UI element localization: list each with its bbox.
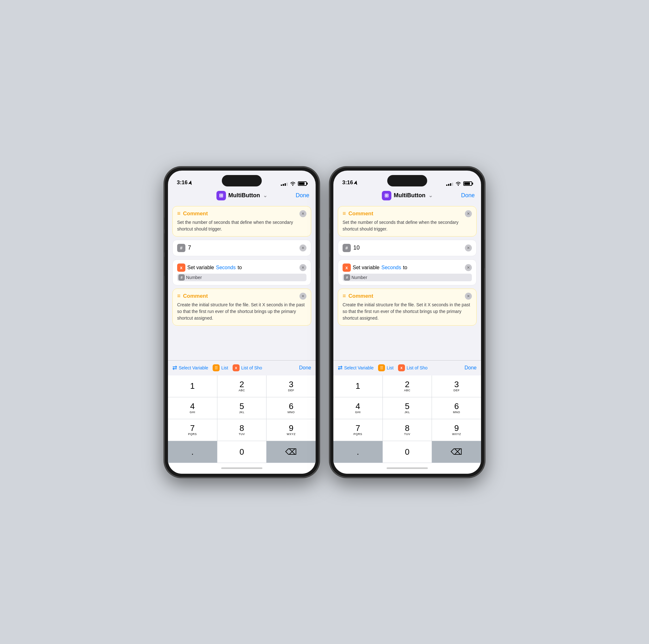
toolbar-done-left[interactable]: Done (299, 365, 311, 371)
number-input-card-left[interactable]: # 7 ✕ (172, 240, 311, 256)
mute-button[interactable] (164, 217, 165, 230)
key-delete-right[interactable]: ⌫ (432, 441, 481, 462)
nav-done-right[interactable]: Done (461, 192, 475, 199)
comment-title-1-right: Comment (349, 210, 373, 217)
nav-title-text-left: MultiButton (228, 192, 260, 199)
number-close-left[interactable]: ✕ (299, 244, 306, 251)
select-var-icon-right: ⇄ (338, 364, 343, 371)
key-4-left[interactable]: 4GHI (168, 397, 217, 419)
key-1-left[interactable]: 1 (168, 375, 217, 397)
toolbar-select-var-left[interactable]: ⇄ Select Variable (172, 364, 208, 371)
key-2-left[interactable]: 2ABC (217, 375, 266, 397)
key-delete-left[interactable]: ⌫ (266, 441, 316, 462)
number-value-right[interactable]: 10 (353, 244, 462, 251)
comment-text-2-left: Create the initial structure for the fil… (177, 301, 306, 322)
dynamic-island-left (222, 175, 262, 187)
key-6-left[interactable]: 6MNO (266, 397, 316, 419)
number-value-left[interactable]: 7 (188, 244, 297, 251)
comment-close-1-left[interactable]: ✕ (299, 210, 306, 217)
number-input-card-right[interactable]: # 10 ✕ (338, 240, 477, 256)
var-name-right[interactable]: Seconds (382, 265, 401, 271)
keypad-row-1-left: 1 2ABC 3DEF (168, 375, 316, 397)
nav-title-left: ⊞ MultiButton ⌄ (216, 191, 267, 200)
toolbar-list-of-sho-right[interactable]: x List of Sho (398, 364, 428, 371)
content-area-right: ≡ Comment ✕ Set the number of seconds th… (333, 204, 481, 360)
number-badge-label-left: Number (186, 275, 202, 280)
keypad-row-1-right: 1 2ABC 3DEF (333, 375, 481, 397)
key-2-right[interactable]: 2ABC (383, 375, 432, 397)
signal-bars-left (281, 182, 288, 186)
key-7-left[interactable]: 7PQRS (168, 419, 217, 441)
power-button-right[interactable] (484, 240, 485, 268)
nav-chevron-left[interactable]: ⌄ (263, 193, 267, 199)
toolbar-list-of-sho-left[interactable]: x List of Sho (232, 364, 262, 371)
phone-left: 3:16 (164, 167, 319, 478)
key-1-right[interactable]: 1 (333, 375, 383, 397)
number-badge-left[interactable]: # Number (177, 274, 306, 281)
number-badge-hash-left: # (178, 274, 185, 281)
home-bar-right (387, 468, 428, 469)
signal-bar-3 (285, 183, 286, 186)
toolbar-list-left[interactable]: ☰ List (213, 364, 228, 371)
key-0-right[interactable]: 0 (383, 441, 432, 462)
signal-bar-r1 (446, 185, 447, 186)
key-9-right[interactable]: 9WXYZ (432, 419, 481, 441)
key-6-right[interactable]: 6MNO (432, 397, 481, 419)
volume-down-button[interactable] (164, 257, 165, 276)
number-badge-right[interactable]: # Number (343, 274, 472, 281)
nav-bar-left: ⊞ MultiButton ⌄ Done (168, 188, 316, 204)
key-0-left[interactable]: 0 (217, 441, 266, 462)
signal-bar-r3 (450, 183, 451, 186)
wifi-icon-right (456, 182, 461, 186)
key-3-right[interactable]: 3DEF (432, 375, 481, 397)
nav-chevron-right[interactable]: ⌄ (428, 193, 433, 199)
key-8-left[interactable]: 8TUV (217, 419, 266, 441)
select-var-icon-left: ⇄ (172, 364, 177, 371)
home-bar-left (221, 468, 262, 469)
mute-button-right[interactable] (330, 217, 330, 230)
comment-title-1-left: Comment (183, 210, 208, 217)
key-5-left[interactable]: 5JKL (217, 397, 266, 419)
status-icons-left (281, 182, 307, 186)
location-arrow-left (188, 180, 192, 185)
nav-done-left[interactable]: Done (296, 192, 309, 199)
comment-icon-2-left: ≡ (177, 293, 181, 299)
comment-close-2-right[interactable]: ✕ (465, 293, 472, 299)
key-3-left[interactable]: 3DEF (266, 375, 316, 397)
home-indicator-left (168, 463, 316, 474)
phone-right: 3:16 (330, 167, 485, 478)
key-dot-left[interactable]: . (168, 441, 217, 462)
volume-down-button-right[interactable] (330, 257, 330, 276)
set-var-close-right[interactable]: ✕ (465, 264, 472, 271)
multibutton-icon-right: ⊞ (382, 191, 391, 200)
time-display-left: 3:16 (177, 179, 187, 186)
key-9-left[interactable]: 9WXYZ (266, 419, 316, 441)
key-5-right[interactable]: 5JKL (383, 397, 432, 419)
keypad-row-2-left: 4GHI 5JKL 6MNO (168, 397, 316, 419)
key-8-right[interactable]: 8TUV (383, 419, 432, 441)
x-badge-left: x (177, 264, 185, 272)
key-7-right[interactable]: 7PQRS (333, 419, 383, 441)
key-dot-right[interactable]: . (333, 441, 383, 462)
number-close-right[interactable]: ✕ (465, 244, 472, 251)
volume-up-button-right[interactable] (330, 233, 330, 252)
comment-text-1-right: Set the number of seconds that define wh… (343, 219, 472, 232)
battery-icon-left (298, 182, 307, 186)
battery-icon-right (463, 182, 472, 186)
comment-icon-1-left: ≡ (177, 210, 181, 217)
status-time-right: 3:16 (342, 179, 358, 186)
keypad-right: 1 2ABC 3DEF 4GHI 5JKL 6MNO 7PQRS 8TUV 9W… (333, 375, 481, 463)
set-label-left: Set variable (187, 265, 214, 271)
volume-up-button[interactable] (164, 233, 165, 252)
toolbar-list-right[interactable]: ☰ List (378, 364, 394, 371)
comment-close-2-left[interactable]: ✕ (299, 293, 306, 299)
nav-right-right: Done (459, 192, 475, 199)
toolbar-done-right[interactable]: Done (465, 365, 477, 371)
power-button[interactable] (319, 240, 319, 268)
key-4-right[interactable]: 4GHI (333, 397, 383, 419)
comment-close-1-right[interactable]: ✕ (465, 210, 472, 217)
comment-card-2-right: ≡ Comment ✕ Create the initial structure… (338, 288, 477, 326)
toolbar-select-var-right[interactable]: ⇄ Select Variable (338, 364, 374, 371)
set-var-close-left[interactable]: ✕ (299, 264, 306, 271)
var-name-left[interactable]: Seconds (216, 265, 236, 271)
